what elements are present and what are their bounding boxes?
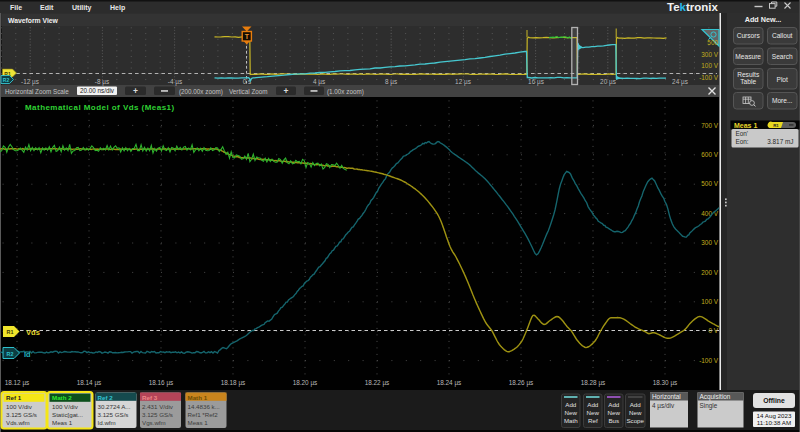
svg-text:18.14 µs: 18.14 µs	[77, 379, 102, 387]
svg-text:Id.wfm: Id.wfm	[98, 419, 116, 426]
svg-text:Eon:: Eon:	[736, 138, 749, 145]
svg-text:Vds: Vds	[26, 328, 40, 337]
svg-text:Add: Add	[587, 401, 599, 408]
svg-text:-100 V: -100 V	[699, 357, 719, 364]
svg-text:18.12 µs: 18.12 µs	[5, 379, 30, 387]
svg-text:Plot: Plot	[777, 76, 789, 83]
svg-text:3.125 GS/s: 3.125 GS/s	[142, 411, 173, 418]
svg-text:New: New	[608, 409, 621, 416]
svg-text:100 V: 100 V	[701, 62, 718, 69]
svg-text:R2: R2	[3, 77, 10, 83]
svg-text:500 V: 500 V	[701, 180, 718, 187]
svg-text:Search: Search	[772, 53, 793, 60]
svg-text:T: T	[245, 33, 250, 40]
svg-text:100 V: 100 V	[701, 298, 718, 305]
svg-text:0 V: 0 V	[708, 327, 718, 334]
svg-text:R1: R1	[773, 123, 779, 128]
svg-text:(200.00x zoom): (200.00x zoom)	[179, 88, 223, 96]
svg-text:Tektronix: Tektronix	[667, 1, 719, 13]
svg-text:200 V: 200 V	[701, 269, 718, 276]
svg-text:14.4836 k...: 14.4836 k...	[188, 403, 221, 410]
svg-text:Vds.wfm: Vds.wfm	[6, 419, 30, 426]
svg-text:700 V: 700 V	[701, 122, 718, 129]
svg-text:3.125 GS/s: 3.125 GS/s	[98, 411, 129, 418]
svg-text:16 µs: 16 µs	[528, 78, 544, 86]
svg-text:+: +	[133, 86, 138, 96]
svg-text:Horizontal Zoom Scale: Horizontal Zoom Scale	[5, 88, 69, 95]
svg-text:+: +	[284, 86, 289, 96]
svg-text:Single: Single	[700, 402, 718, 410]
svg-text:4 µs: 4 µs	[313, 78, 325, 86]
svg-text:More...: More...	[772, 97, 793, 104]
svg-text:Id: Id	[24, 350, 31, 359]
svg-text:-12 µs: -12 µs	[21, 78, 39, 86]
svg-text:18.20 µs: 18.20 µs	[293, 379, 318, 387]
svg-text:Meas 1: Meas 1	[52, 419, 73, 426]
svg-text:Edit: Edit	[40, 4, 54, 11]
svg-text:4 µs/div: 4 µs/div	[652, 402, 675, 410]
svg-text:Meas 1: Meas 1	[188, 419, 209, 426]
svg-text:3.817 mJ: 3.817 mJ	[767, 138, 793, 145]
svg-text:18.16 µs: 18.16 µs	[149, 379, 174, 387]
svg-text:100 V/div: 100 V/div	[52, 403, 79, 410]
svg-text:Ref1 *Ref2: Ref1 *Ref2	[188, 411, 219, 418]
svg-text:Utility: Utility	[72, 4, 92, 12]
svg-text:Math 1: Math 1	[188, 394, 208, 401]
svg-text:Math: Math	[564, 417, 578, 424]
svg-text:Add New...: Add New...	[745, 15, 781, 24]
svg-text:Mathematical Model of Vds (Mea: Mathematical Model of Vds (Meas1)	[25, 103, 175, 112]
svg-text:Vgs.wfm: Vgs.wfm	[142, 419, 166, 426]
svg-text:600 V: 600 V	[701, 151, 718, 158]
svg-text:18.22 µs: 18.22 µs	[365, 379, 390, 387]
svg-text:18.24 µs: 18.24 µs	[437, 379, 462, 387]
svg-text:Math 2: Math 2	[52, 394, 72, 401]
svg-text:8 µs: 8 µs	[385, 78, 397, 86]
svg-text:20 µs: 20 µs	[600, 78, 616, 86]
svg-text:500: 500	[707, 39, 718, 46]
svg-text:-4 µs: -4 µs	[168, 78, 182, 86]
svg-text:20.00 ns/div: 20.00 ns/div	[80, 87, 115, 94]
svg-text:-8 µs: -8 µs	[95, 78, 109, 86]
svg-text:3.125 GS/s: 3.125 GS/s	[6, 411, 37, 418]
svg-text:Measure: Measure	[735, 53, 761, 60]
svg-text:2.431 V/div: 2.431 V/div	[142, 403, 174, 410]
svg-text:(1.00x zoom): (1.00x zoom)	[327, 88, 364, 96]
svg-text:18.28 µs: 18.28 µs	[581, 379, 606, 387]
svg-text:Help: Help	[110, 4, 125, 12]
svg-text:Results: Results	[737, 71, 760, 78]
svg-text:Vertical Zoom: Vertical Zoom	[229, 88, 268, 95]
svg-text:Offline: Offline	[763, 397, 785, 404]
svg-text:Add: Add	[630, 401, 642, 408]
svg-text:R2: R2	[7, 351, 14, 357]
svg-text:Acquisition: Acquisition	[700, 393, 731, 401]
svg-text:Add: Add	[565, 401, 577, 408]
svg-text:Table: Table	[740, 78, 756, 85]
svg-text:11:10:38 AM: 11:10:38 AM	[757, 419, 791, 426]
svg-text:14 Aug 2023: 14 Aug 2023	[757, 412, 792, 419]
svg-text:Ref 2: Ref 2	[98, 394, 114, 401]
svg-text:100 V/div: 100 V/div	[6, 403, 33, 410]
svg-text:Ref 1: Ref 1	[6, 394, 22, 401]
svg-text:Scope: Scope	[626, 417, 644, 424]
svg-text:Ref: Ref	[588, 417, 598, 424]
svg-text:300 V: 300 V	[701, 51, 718, 58]
svg-text:Bus: Bus	[608, 417, 619, 424]
svg-text:New: New	[629, 409, 642, 416]
svg-text:300 V: 300 V	[701, 239, 718, 246]
svg-text:Static[gat...: Static[gat...	[52, 411, 83, 418]
svg-text:30.2724 A...: 30.2724 A...	[98, 403, 131, 410]
svg-text:18.30 µs: 18.30 µs	[653, 379, 678, 387]
svg-text:18.26 µs: 18.26 µs	[509, 379, 534, 387]
svg-text:New: New	[587, 409, 600, 416]
svg-text:Meas 1: Meas 1	[734, 122, 757, 129]
svg-text:File: File	[10, 4, 22, 11]
svg-text:24 µs: 24 µs	[672, 78, 688, 86]
svg-text:Add: Add	[608, 401, 620, 408]
svg-text:R1: R1	[7, 329, 14, 335]
svg-text:Eon': Eon'	[736, 130, 749, 137]
svg-text:Ref 3: Ref 3	[142, 394, 158, 401]
svg-text:Horizontal: Horizontal	[652, 393, 681, 400]
svg-text:New: New	[565, 409, 578, 416]
svg-text:-100 V: -100 V	[699, 74, 719, 81]
svg-text:18.18 µs: 18.18 µs	[221, 379, 246, 387]
